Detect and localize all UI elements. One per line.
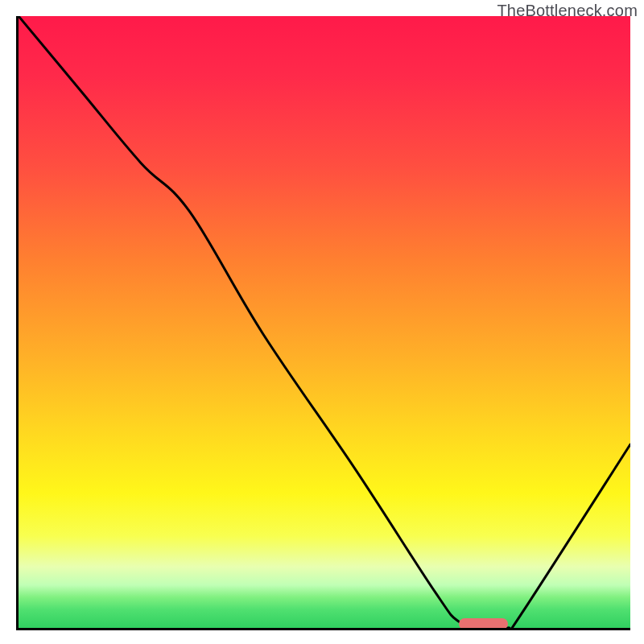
plot-area [16,16,630,630]
bottleneck-curve-path [19,16,630,628]
bottleneck-chart: TheBottleneck.com [0,0,644,644]
curve-svg [19,16,630,628]
optimal-range-marker [459,618,508,630]
